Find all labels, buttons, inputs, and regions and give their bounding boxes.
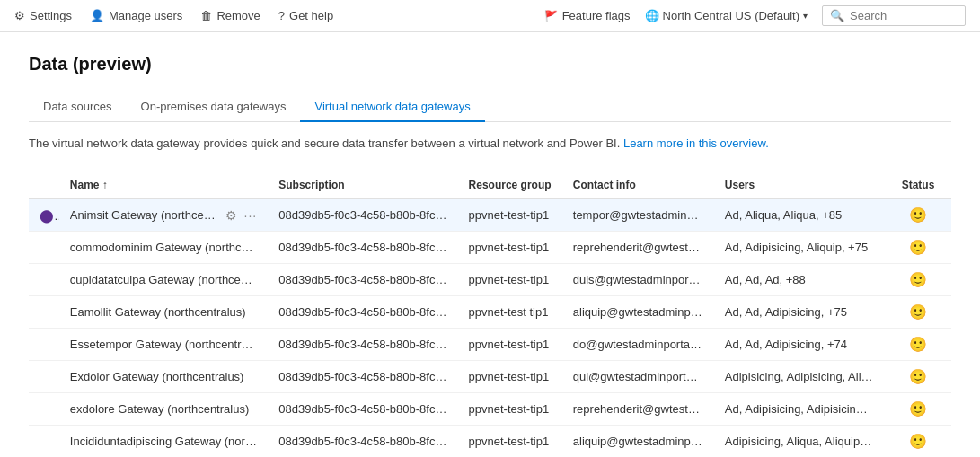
cell-status: 🙂 — [885, 296, 951, 329]
cell-name: Essetempor Gateway (northcentralus) — [59, 329, 268, 361]
cell-resource-group: ppvnet-test-tip1 — [458, 264, 562, 296]
status-icon: 🙂 — [909, 240, 927, 255]
page-title: Data (preview) — [29, 54, 951, 75]
gateway-name: exdolore Gateway (northcentralus) — [70, 402, 249, 416]
manage-users-label: Manage users — [109, 9, 182, 22]
cell-resource-group: ppvnet-test-tip1 — [458, 329, 562, 361]
cell-name: Animsit Gateway (northcentralus) ⚙ ··· — [59, 199, 268, 232]
gateway-name: Animsit Gateway (northcentralus) — [70, 208, 218, 222]
cell-resource-group: ppvnet-test tip1 — [458, 296, 562, 329]
tab-data-sources[interactable]: Data sources — [29, 92, 127, 122]
table-row[interactable]: commodominim Gateway (northcentra...08d3… — [29, 232, 951, 264]
cell-contact-info: qui@gwtestadminportal-c... — [562, 361, 714, 393]
feature-flags-button[interactable]: 🚩 Feature flags — [544, 9, 631, 22]
manage-users-button[interactable]: 👤 Manage users — [90, 9, 182, 22]
table-row[interactable]: cupidatatculpa Gateway (northcentralus)0… — [29, 264, 951, 296]
table-body: ⬤ Animsit Gateway (northcentralus) ⚙ ···… — [29, 199, 951, 458]
cell-status: 🙂 — [885, 199, 951, 232]
gateway-name: cupidatatculpa Gateway (northcentralus) — [70, 273, 268, 286]
cell-subscription: 08d39db5-f0c3-4c58-b80b-8fc682cf67c1 — [268, 393, 457, 426]
region-icon: 🌐 — [645, 9, 659, 22]
topbar-right: 🚩 Feature flags 🌐 North Central US (Defa… — [544, 5, 966, 26]
table-row[interactable]: Eamollit Gateway (northcentralus)08d39db… — [29, 296, 951, 329]
cell-users: Ad, Adipisicing, Aliquip, +75 — [714, 232, 885, 264]
region-label: North Central US (Default) — [663, 9, 799, 22]
col-header-status: Status — [885, 171, 951, 199]
cell-users: Ad, Ad, Adipisicing, +74 — [714, 329, 885, 361]
cell-name: Exdolor Gateway (northcentralus) — [59, 361, 268, 393]
tab-on-premises[interactable]: On-premises data gateways — [127, 92, 301, 122]
remove-icon: 🗑 — [200, 9, 212, 22]
settings-button[interactable]: ⚙ Settings — [14, 9, 72, 22]
cell-contact-info: reprehenderit@gwtestd... — [562, 232, 714, 264]
cell-status: 🙂 — [885, 361, 951, 393]
description: The virtual network data gateway provide… — [29, 136, 951, 150]
table-row[interactable]: exdolore Gateway (northcentralus)08d39db… — [29, 393, 951, 426]
status-icon: 🙂 — [909, 304, 927, 320]
more-options-icon[interactable]: ··· — [244, 208, 258, 223]
cell-status: 🙂 — [885, 393, 951, 426]
cell-users: Ad, Ad, Ad, +88 — [714, 264, 885, 296]
topbar-left: ⚙ Settings 👤 Manage users 🗑 Remove ? Get… — [14, 9, 333, 22]
gateways-table: Name ↑ Subscription Resource group Conta… — [29, 171, 951, 457]
cell-resource-group: ppvnet-test-tip1 — [458, 393, 562, 426]
cell-resource-group: ppvnet-test-tip1 — [458, 361, 562, 393]
cell-status: 🙂 — [885, 329, 951, 361]
cell-contact-info: do@gwtestadminportal-c... — [562, 329, 714, 361]
table-row[interactable]: Essetempor Gateway (northcentralus)08d39… — [29, 329, 951, 361]
status-icon: 🙂 — [909, 272, 927, 287]
help-icon: ? — [278, 9, 285, 22]
gateway-name: Essetempor Gateway (northcentralus) — [70, 338, 267, 351]
gateway-name: Exdolor Gateway (northcentralus) — [70, 370, 244, 383]
table-row[interactable]: ⬤ Animsit Gateway (northcentralus) ⚙ ···… — [29, 199, 951, 232]
col-header-resource-group: Resource group — [458, 171, 562, 199]
cell-users: Adipisicing, Aliqua, Aliquip, +71 — [714, 426, 885, 458]
cell-users: Adipisicing, Adipisicing, Aliqua, +84 — [714, 361, 885, 393]
cell-status: 🙂 — [885, 232, 951, 264]
cell-users: Ad, Aliqua, Aliqua, +85 — [714, 199, 885, 232]
gateway-name: Incididuntadipiscing Gateway (northc... — [70, 435, 268, 448]
search-icon: 🔍 — [830, 9, 844, 22]
manage-users-icon: 👤 — [90, 9, 104, 22]
cell-resource-group: ppvnet-test-tip1 — [458, 199, 562, 232]
status-icon: 🙂 — [909, 369, 927, 384]
status-icon: 🙂 — [909, 337, 927, 352]
cell-contact-info: tempor@gwtestadminport... — [562, 199, 714, 232]
col-header-users: Users — [714, 171, 885, 199]
cell-name: Incididuntadipiscing Gateway (northc... — [59, 426, 268, 458]
flag-icon: 🚩 — [544, 10, 558, 22]
tab-vnet[interactable]: Virtual network data gateways — [300, 92, 484, 122]
remove-button[interactable]: 🗑 Remove — [200, 9, 260, 22]
feature-flags-label: Feature flags — [562, 9, 631, 22]
status-icon: 🙂 — [909, 434, 927, 449]
col-header-contact: Contact info — [562, 171, 714, 199]
cell-resource-group: ppvnet-test-tip1 — [458, 232, 562, 264]
table-row[interactable]: Exdolor Gateway (northcentralus)08d39db5… — [29, 361, 951, 393]
cell-status: 🙂 — [885, 426, 951, 458]
search-bar[interactable]: 🔍 — [822, 5, 966, 26]
gateway-name: Eamollit Gateway (northcentralus) — [70, 305, 246, 319]
cell-subscription: 08d39db5-f0c3-4c58-b80b-8fc682cf67c1 — [268, 232, 457, 264]
tabs-container: Data sources On-premises data gateways V… — [29, 92, 951, 122]
cell-name: Eamollit Gateway (northcentralus) — [59, 296, 268, 329]
cell-users: Ad, Adipisicing, Adipisicing, +103 — [714, 393, 885, 426]
cell-subscription: 08d39db5-f0c3-4c58-b80b-8fc682cf67c1 — [268, 329, 457, 361]
gear-icon[interactable]: ⚙ — [225, 208, 237, 223]
cell-subscription: 08d39db5-f0c3-4c58-b80b-8fc682cf67c1 — [268, 264, 457, 296]
region-selector[interactable]: 🌐 North Central US (Default) ▾ — [645, 9, 808, 22]
col-header-name: Name ↑ — [59, 171, 268, 199]
search-input[interactable] — [850, 9, 958, 22]
cell-contact-info: aliquip@gwtestadminport... — [562, 296, 714, 329]
table-header: Name ↑ Subscription Resource group Conta… — [29, 171, 951, 199]
topbar: ⚙ Settings 👤 Manage users 🗑 Remove ? Get… — [0, 0, 980, 32]
cell-status: 🙂 — [885, 264, 951, 296]
cell-subscription: 08d39db5-f0c3-4c58-b80b-8fc682cf67c1 — [268, 361, 457, 393]
cell-contact-info: aliquip@gwtestadminport... — [562, 426, 714, 458]
cell-users: Ad, Ad, Adipisicing, +75 — [714, 296, 885, 329]
table-row[interactable]: Incididuntadipiscing Gateway (northc...0… — [29, 426, 951, 458]
cell-contact-info: reprehenderit@gwtestd... — [562, 393, 714, 426]
get-help-button[interactable]: ? Get help — [278, 9, 333, 22]
status-icon: 🙂 — [909, 207, 927, 223]
selected-row-icon: ⬤ — [40, 208, 59, 223]
learn-more-link[interactable]: Learn more in this overview. — [623, 136, 769, 150]
